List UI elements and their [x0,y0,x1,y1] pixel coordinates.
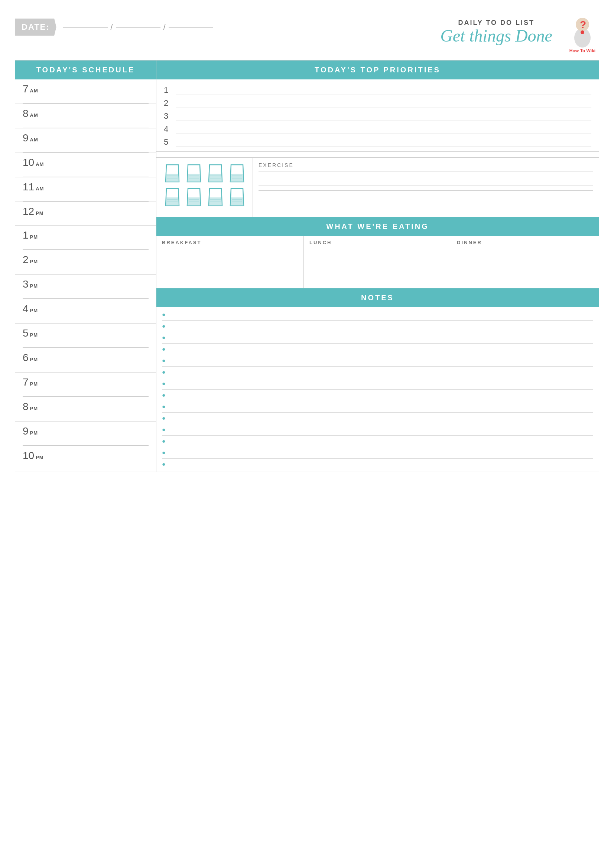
note-bullet-icon: ● [162,346,166,353]
exercise-lines [258,171,593,191]
notes-items: ● ● ● ● ● [156,307,599,472]
note-bullet-icon: ● [162,403,166,410]
eating-cols: BREAKFAST LUNCH DINNER [156,236,599,288]
note-item[interactable]: ● [162,309,593,321]
time-ampm: AM [30,88,38,93]
note-item[interactable]: ● [162,447,593,459]
priority-item-3[interactable]: 3 [164,109,591,122]
note-item[interactable]: ● [162,459,593,470]
priority-num-5: 5 [164,137,171,147]
date-year[interactable] [169,27,213,28]
note-item[interactable]: ● [162,424,593,436]
note-bullet-icon: ● [162,426,166,433]
exercise-section: EXERCISE [253,158,599,217]
time-slot-9am: 9 AM [15,129,156,153]
lunch-col[interactable]: LUNCH [304,236,451,288]
note-item[interactable]: ● [162,367,593,378]
svg-point-3 [581,30,584,34]
schedule-column: 7 AM 8 AM 9 AM 10 AM [15,79,156,472]
water-glass-icon [207,187,224,207]
note-bullet-icon: ● [162,415,166,422]
date-section: DATE: / / [15,19,216,36]
logo-text: How To Wiki [569,48,595,53]
time-slot-8pm: 8 PM [15,397,156,422]
note-item[interactable]: ● [162,436,593,447]
daily-subtitle: DAILY TO DO LIST [440,19,552,27]
water-row-1 [162,163,247,183]
main-title: Get things Done [440,27,552,46]
priority-num-1: 1 [164,85,171,95]
note-item[interactable]: ● [162,344,593,355]
priority-item-5[interactable]: 5 [164,135,591,148]
note-item[interactable]: ● [162,355,593,367]
note-bullet-icon: ● [162,450,166,456]
note-item[interactable]: ● [162,401,593,413]
priorities-header: TODAY'S TOP PRIORITIES [156,60,599,79]
water-glass-icon [163,187,181,207]
note-bullet-icon: ● [162,312,166,318]
time-slot-4pm: 4 PM [15,299,156,324]
water-row-2 [162,187,247,207]
water-glass-icon [185,163,203,183]
time-slot-8am: 8 AM [15,104,156,129]
priorities-section: 1 2 3 4 5 [156,79,599,152]
note-item[interactable]: ● [162,378,593,390]
time-slot-7am: 7 AM [15,79,156,104]
priority-item-2[interactable]: 2 [164,96,591,109]
note-bullet-icon: ● [162,334,166,341]
dinner-col[interactable]: DINNER [451,236,599,288]
time-slot-3pm: 3 PM [15,274,156,299]
note-item[interactable]: ● [162,321,593,332]
time-slot-1pm: 1 PM [15,226,156,250]
time-slot-6pm: 6 PM [15,348,156,373]
water-section [156,158,253,217]
time-slot-11am: 11 AM [15,177,156,202]
exercise-label: EXERCISE [258,162,593,168]
note-item[interactable]: ● [162,390,593,401]
time-slot-12pm: 12 PM [15,202,156,226]
water-glass-icon [163,163,181,183]
date-label: DATE: [15,19,56,36]
note-bullet-icon: ● [162,323,166,330]
note-bullet-icon: ● [162,392,166,398]
note-bullet-icon: ● [162,380,166,387]
note-bullet-icon: ● [162,461,166,468]
schedule-header: TODAY'S SCHEDULE [15,60,156,79]
time-slot-7pm: 7 PM [15,373,156,397]
spacer-area [156,152,599,158]
dinner-label: DINNER [457,240,593,245]
date-month[interactable] [63,27,108,28]
date-fields: / / [60,22,216,32]
time-number: 7 [23,83,29,95]
svg-text:?: ? [580,19,586,30]
time-slot-10am: 10 AM [15,153,156,177]
time-divider [23,103,149,104]
note-item[interactable]: ● [162,413,593,424]
svg-rect-4 [166,174,179,182]
water-exercise-section: EXERCISE [156,158,599,217]
notes-header: NOTES [156,288,599,307]
note-bullet-icon: ● [162,438,166,445]
breakfast-col[interactable]: BREAKFAST [156,236,304,288]
page-header: DATE: / / DAILY TO DO LIST Get things Do… [15,11,599,53]
time-slot-2pm: 2 PM [15,250,156,274]
time-slot-10pm: 10 PM [15,446,156,470]
priority-num-3: 3 [164,111,171,121]
priority-item-4[interactable]: 4 [164,122,591,135]
time-slot-5pm: 5 PM [15,324,156,348]
lunch-label: LUNCH [309,240,445,245]
time-slot-9pm: 9 PM [15,422,156,446]
logo-figure: ? [566,11,599,48]
note-bullet-icon: ● [162,357,166,364]
date-day[interactable] [116,27,160,28]
water-glass-icon [228,163,246,183]
breakfast-label: BREAKFAST [162,240,298,245]
notes-section: ● ● ● ● ● [156,307,599,472]
priority-item-1[interactable]: 1 [164,83,591,96]
note-item[interactable]: ● [162,332,593,344]
water-glass-icon [185,187,203,207]
logo-area: ? How To Wiki [566,11,599,53]
note-bullet-icon: ● [162,369,166,375]
water-glass-icon [207,163,224,183]
water-glass-icon [228,187,246,207]
